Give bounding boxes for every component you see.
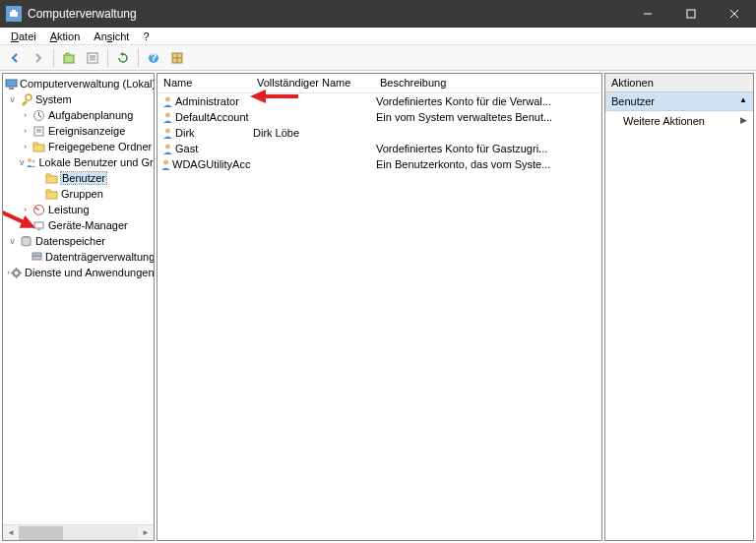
svg-point-41 bbox=[165, 112, 170, 117]
menu-ansicht[interactable]: Ansicht bbox=[87, 30, 136, 42]
back-button[interactable] bbox=[4, 47, 26, 69]
tree-pane: Computerverwaltung (Lokal) v System › Au… bbox=[2, 73, 155, 541]
collapse-icon: ▲ bbox=[739, 95, 747, 107]
svg-point-44 bbox=[163, 159, 168, 164]
menu-help[interactable]: ? bbox=[136, 30, 156, 42]
shared-folder-icon bbox=[31, 140, 46, 153]
svg-point-28 bbox=[32, 159, 34, 162]
minimize-button[interactable] bbox=[626, 0, 669, 28]
svg-text:?: ? bbox=[151, 51, 158, 63]
view-button[interactable] bbox=[166, 47, 188, 69]
folder-icon bbox=[43, 187, 59, 201]
svg-rect-29 bbox=[46, 176, 57, 183]
user-desc: Ein Benutzerkonto, das vom Syste... bbox=[374, 158, 601, 170]
computer-icon bbox=[5, 77, 18, 90]
user-name: Administrator bbox=[175, 95, 239, 107]
tree-system[interactable]: v System bbox=[3, 91, 154, 107]
storage-icon bbox=[18, 234, 33, 248]
svg-rect-18 bbox=[9, 88, 14, 90]
properties-button[interactable] bbox=[82, 47, 103, 69]
scroll-right-icon[interactable]: ► bbox=[138, 526, 154, 540]
tree-geraete[interactable]: Geräte-Manager bbox=[3, 217, 154, 233]
svg-rect-0 bbox=[10, 12, 18, 17]
list-header: Name Vollständiger Name Beschreibung bbox=[158, 74, 601, 93]
svg-point-42 bbox=[165, 128, 170, 133]
app-icon bbox=[6, 6, 22, 22]
menu-datei[interactable]: Datei bbox=[4, 30, 43, 42]
svg-rect-37 bbox=[32, 253, 41, 256]
event-icon bbox=[31, 124, 46, 138]
refresh-button[interactable] bbox=[112, 47, 134, 69]
list-pane: Name Vollständiger Name Beschreibung Adm… bbox=[157, 73, 602, 541]
svg-rect-6 bbox=[64, 55, 74, 63]
tree-daten[interactable]: v Datenspeicher bbox=[3, 233, 154, 249]
user-row[interactable]: WDAGUtilityAccountEin Benutzerkonto, das… bbox=[158, 156, 601, 172]
svg-rect-26 bbox=[33, 145, 44, 151]
user-name: WDAGUtilityAccount bbox=[172, 158, 251, 170]
svg-point-43 bbox=[165, 144, 170, 149]
collapse-icon[interactable]: v bbox=[7, 94, 18, 104]
tree-leistung[interactable]: › Leistung bbox=[3, 202, 154, 217]
tools-icon bbox=[18, 92, 33, 106]
clock-icon bbox=[31, 108, 46, 122]
col-name[interactable]: Name bbox=[158, 74, 251, 92]
user-desc: Ein vom System verwaltetes Benut... bbox=[374, 111, 601, 123]
close-button[interactable] bbox=[713, 0, 756, 28]
tree-gruppen[interactable]: Gruppen bbox=[3, 186, 154, 202]
user-row[interactable]: AdministratorVordefiniertes Konto für di… bbox=[158, 93, 601, 109]
svg-rect-30 bbox=[46, 192, 57, 199]
tree-ereignis[interactable]: › Ereignisanzeige bbox=[3, 123, 154, 139]
actions-category[interactable]: Benutzer ▲ bbox=[605, 92, 753, 111]
scroll-left-icon[interactable]: ◄ bbox=[3, 526, 19, 540]
tree-freigeg[interactable]: › Freigegebene Ordner bbox=[3, 139, 154, 154]
actions-more[interactable]: Weitere Aktionen ▶ bbox=[605, 111, 753, 131]
users-icon bbox=[25, 155, 37, 169]
folder-icon bbox=[43, 171, 59, 185]
user-icon bbox=[159, 142, 175, 155]
user-name: Dirk bbox=[175, 127, 195, 139]
user-row[interactable]: DirkDirk Löbe bbox=[158, 125, 601, 141]
menubar: Datei Aktion Ansicht ? bbox=[0, 28, 756, 45]
user-icon bbox=[159, 110, 175, 124]
user-icon bbox=[159, 157, 172, 171]
expand-icon[interactable]: › bbox=[20, 110, 31, 120]
user-row[interactable]: GastVordefiniertes Konto für Gastzugri..… bbox=[158, 141, 601, 156]
svg-point-27 bbox=[28, 158, 32, 162]
svg-point-19 bbox=[26, 94, 32, 100]
tree-datentraeger[interactable]: Datenträgerverwaltung bbox=[3, 249, 154, 265]
svg-point-38 bbox=[14, 270, 20, 275]
scroll-thumb[interactable] bbox=[19, 526, 63, 540]
help-button[interactable]: ? bbox=[143, 47, 164, 69]
tree-dienste[interactable]: › Dienste und Anwendungen bbox=[3, 265, 154, 280]
actions-header: Aktionen bbox=[605, 74, 753, 92]
user-icon bbox=[159, 126, 175, 140]
actions-pane: Aktionen Benutzer ▲ Weitere Aktionen ▶ bbox=[604, 73, 754, 541]
tree-aufgaben[interactable]: › Aufgabenplanung bbox=[3, 107, 154, 123]
svg-rect-17 bbox=[6, 80, 17, 87]
svg-rect-34 bbox=[37, 229, 40, 230]
svg-point-40 bbox=[165, 96, 170, 101]
up-button[interactable] bbox=[58, 47, 80, 69]
col-full[interactable]: Vollständiger Name bbox=[251, 74, 374, 92]
svg-rect-33 bbox=[34, 222, 43, 228]
tree-benutzer[interactable]: Benutzer bbox=[3, 170, 154, 186]
svg-rect-1 bbox=[12, 10, 16, 12]
svg-rect-36 bbox=[32, 256, 41, 260]
tree-root[interactable]: Computerverwaltung (Lokal) bbox=[3, 76, 154, 91]
forward-button[interactable] bbox=[28, 47, 49, 69]
user-row[interactable]: DefaultAccountEin vom System verwaltetes… bbox=[158, 109, 601, 125]
user-name: Gast bbox=[175, 143, 198, 154]
list-body[interactable]: AdministratorVordefiniertes Konto für di… bbox=[158, 93, 601, 540]
device-icon bbox=[31, 218, 46, 232]
titlebar: Computerverwaltung bbox=[0, 0, 756, 28]
perf-icon bbox=[31, 203, 46, 216]
col-desc[interactable]: Beschreibung bbox=[374, 74, 601, 92]
menu-aktion[interactable]: Aktion bbox=[43, 30, 88, 42]
user-icon bbox=[159, 94, 175, 108]
tree-hscrollbar[interactable]: ◄ ► bbox=[3, 524, 154, 540]
services-icon bbox=[10, 266, 23, 279]
maximize-button[interactable] bbox=[669, 0, 713, 28]
toolbar: ? bbox=[0, 45, 756, 71]
tree-lokale[interactable]: v Lokale Benutzer und Gruppen bbox=[3, 154, 154, 170]
tree[interactable]: Computerverwaltung (Lokal) v System › Au… bbox=[3, 74, 154, 524]
